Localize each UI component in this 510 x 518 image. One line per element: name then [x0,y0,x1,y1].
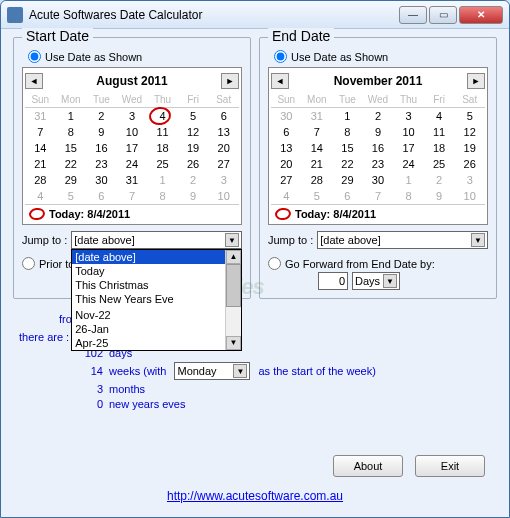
cal-day[interactable]: 28 [25,172,56,188]
cal-day[interactable]: 24 [393,156,424,172]
cal-day[interactable]: 4 [147,108,178,125]
dropdown-item[interactable]: [date above] [72,250,225,264]
about-button[interactable]: About [333,455,403,477]
start-cal-title[interactable]: August 2011 [47,74,217,88]
cal-day[interactable]: 31 [302,108,333,125]
minimize-button[interactable]: — [399,6,427,24]
start-jump-combo[interactable]: [date above] ▼ [date above]TodayThis Chr… [71,231,242,249]
cal-day[interactable]: 29 [56,172,87,188]
scroll-up-icon[interactable]: ▲ [226,250,241,264]
cal-day[interactable]: 8 [56,124,87,140]
end-forward-radio[interactable] [268,257,281,270]
cal-day[interactable]: 10 [117,124,148,140]
cal-day[interactable]: 4 [271,188,302,204]
scroll-thumb[interactable] [226,264,241,307]
chevron-down-icon[interactable]: ▼ [233,364,247,378]
cal-day[interactable]: 12 [178,124,209,140]
cal-day[interactable]: 29 [332,172,363,188]
cal-day[interactable]: 5 [178,108,209,125]
cal-day[interactable]: 4 [25,188,56,204]
cal-day[interactable]: 8 [147,188,178,204]
maximize-button[interactable]: ▭ [429,6,457,24]
cal-day[interactable]: 26 [178,156,209,172]
cal-day[interactable]: 7 [302,124,333,140]
end-next-month[interactable]: ► [467,73,485,89]
cal-day[interactable]: 28 [302,172,333,188]
chevron-down-icon[interactable]: ▼ [383,274,397,288]
cal-day[interactable]: 1 [147,172,178,188]
cal-day[interactable]: 3 [393,108,424,125]
close-button[interactable]: ✕ [459,6,503,24]
dropdown-scrollbar[interactable]: ▲ ▼ [225,250,241,350]
end-prev-month[interactable]: ◄ [271,73,289,89]
cal-day[interactable]: 20 [208,140,239,156]
cal-day[interactable]: 1 [332,108,363,125]
end-use-date-radio[interactable] [274,50,287,63]
cal-day[interactable]: 15 [332,140,363,156]
cal-day[interactable]: 6 [86,188,117,204]
cal-day[interactable]: 5 [56,188,87,204]
scroll-down-icon[interactable]: ▼ [226,336,241,350]
start-prev-month[interactable]: ◄ [25,73,43,89]
cal-day[interactable]: 27 [208,156,239,172]
chevron-down-icon[interactable]: ▼ [225,233,239,247]
cal-day[interactable]: 17 [393,140,424,156]
cal-day[interactable]: 11 [147,124,178,140]
end-cal-title[interactable]: November 2011 [293,74,463,88]
week-start-combo[interactable]: Monday ▼ [174,362,250,380]
cal-day[interactable]: 7 [363,188,394,204]
cal-day[interactable]: 31 [25,108,56,125]
cal-day[interactable]: 25 [147,156,178,172]
cal-day[interactable]: 10 [208,188,239,204]
cal-day[interactable]: 9 [424,188,455,204]
cal-day[interactable]: 14 [302,140,333,156]
cal-day[interactable]: 1 [56,108,87,125]
cal-day[interactable]: 6 [271,124,302,140]
cal-day[interactable]: 9 [363,124,394,140]
cal-day[interactable]: 24 [117,156,148,172]
cal-day[interactable]: 12 [454,124,485,140]
cal-day[interactable]: 18 [424,140,455,156]
cal-day[interactable]: 7 [117,188,148,204]
dropdown-item[interactable]: This New Years Eve [72,292,225,306]
end-cal-grid[interactable]: SunMonTueWedThuFriSat3031123456789101112… [271,92,485,204]
end-jump-combo[interactable]: [date above] ▼ [317,231,488,249]
exit-button[interactable]: Exit [415,455,485,477]
dropdown-item[interactable]: This Christmas [72,278,225,292]
cal-day[interactable]: 3 [208,172,239,188]
dropdown-item[interactable]: Nov-22 [72,308,225,322]
cal-day[interactable]: 2 [424,172,455,188]
cal-day[interactable]: 23 [363,156,394,172]
start-cal-grid[interactable]: SunMonTueWedThuFriSat3112345678910111213… [25,92,239,204]
dropdown-item[interactable]: Today [72,264,225,278]
cal-day[interactable]: 11 [424,124,455,140]
cal-day[interactable]: 3 [454,172,485,188]
end-today-row[interactable]: Today: 8/4/2011 [271,204,485,222]
cal-day[interactable]: 8 [393,188,424,204]
cal-day[interactable]: 10 [393,124,424,140]
cal-day[interactable]: 9 [86,124,117,140]
start-next-month[interactable]: ► [221,73,239,89]
cal-day[interactable]: 20 [271,156,302,172]
cal-day[interactable]: 23 [86,156,117,172]
cal-day[interactable]: 7 [25,124,56,140]
dropdown-item[interactable]: Apr-25 [72,336,225,350]
cal-day[interactable]: 22 [56,156,87,172]
cal-day[interactable]: 6 [208,108,239,125]
chevron-down-icon[interactable]: ▼ [471,233,485,247]
cal-day[interactable]: 6 [332,188,363,204]
cal-day[interactable]: 8 [332,124,363,140]
cal-day[interactable]: 22 [332,156,363,172]
cal-day[interactable]: 30 [86,172,117,188]
cal-day[interactable]: 14 [25,140,56,156]
cal-day[interactable]: 9 [178,188,209,204]
cal-day[interactable]: 13 [208,124,239,140]
titlebar[interactable]: Acute Softwares Date Calculator — ▭ ✕ [1,1,509,29]
start-use-date-radio[interactable] [28,50,41,63]
end-forward-num[interactable] [318,272,348,290]
cal-day[interactable]: 15 [56,140,87,156]
cal-day[interactable]: 18 [147,140,178,156]
cal-day[interactable]: 2 [363,108,394,125]
cal-day[interactable]: 4 [424,108,455,125]
cal-day[interactable]: 31 [117,172,148,188]
